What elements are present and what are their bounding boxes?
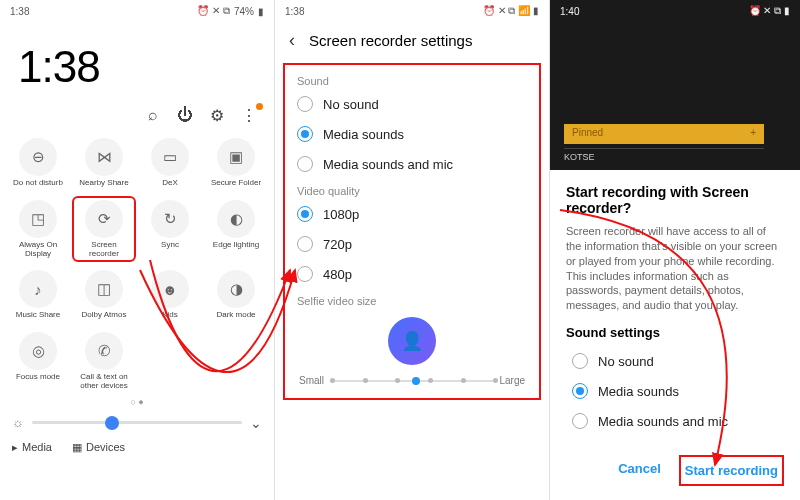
tile-label: Dolby Atmos <box>82 311 127 320</box>
status-bar: 1:40 ⏰ ✕ ⧉ ▮ <box>550 0 800 22</box>
tile-label: Call & text on other devices <box>74 373 134 391</box>
radio-icon <box>297 236 313 252</box>
media-button[interactable]: ▸Media <box>12 441 52 454</box>
tile-label: Dark mode <box>216 311 255 320</box>
tile-label: Edge lighting <box>213 241 259 250</box>
tile-label: Sync <box>161 241 179 250</box>
tile-icon: ☻ <box>151 270 189 308</box>
section-header-sound: Sound <box>291 69 533 89</box>
section-header-quality: Video quality <box>291 179 533 199</box>
panel-toolbar: ⌕ ⏻ ⚙ ⋮ <box>0 106 274 134</box>
quick-tile-focus-mode[interactable]: ◎Focus mode <box>6 328 70 395</box>
brightness-icon: ☼ <box>12 415 24 430</box>
tile-label: Do not disturb <box>13 179 63 188</box>
cancel-button[interactable]: Cancel <box>614 455 665 486</box>
quick-tile-screen-recorder[interactable]: ⟳Screen recorder <box>72 196 136 263</box>
quick-tile-nearby-share[interactable]: ⋈Nearby Share <box>72 134 136 192</box>
page-title: Screen recorder settings <box>309 32 472 49</box>
highlight-box: Sound No soundMedia soundsMedia sounds a… <box>283 63 541 400</box>
tile-icon: ⊖ <box>19 138 57 176</box>
sound-option-media-sounds[interactable]: Media sounds <box>291 119 533 149</box>
option-label: 480p <box>323 267 352 282</box>
quick-settings-panel: 1:38 ⏰ ✕ ⧉74%▮ 1:38 ⌕ ⏻ ⚙ ⋮ ⊖Do not dist… <box>0 0 275 500</box>
tile-icon: ◫ <box>85 270 123 308</box>
recording-dialog-panel: 1:40 ⏰ ✕ ⧉ ▮ Pinned+ KOTSE Start recordi… <box>550 0 800 500</box>
tile-icon: ↻ <box>151 200 189 238</box>
option-label: 1080p <box>323 207 359 222</box>
search-icon[interactable]: ⌕ <box>144 106 162 124</box>
play-icon: ▸ <box>12 441 18 454</box>
quick-tile-dolby-atmos[interactable]: ◫Dolby Atmos <box>72 266 136 324</box>
quick-tile-sync[interactable]: ↻Sync <box>138 196 202 263</box>
dialog-subheader: Sound settings <box>566 325 784 340</box>
status-icons: ⏰ ✕ ⧉ 📶 ▮ <box>483 5 539 17</box>
quick-tile-always-on-display[interactable]: ◳Always On Display <box>6 196 70 263</box>
quick-tile-call-text-on-other-devices[interactable]: ✆Call & text on other devices <box>72 328 136 395</box>
brightness-slider[interactable]: ☼ ⌄ <box>0 409 274 437</box>
quick-tiles-grid: ⊖Do not disturb⋈Nearby Share▭DeX▣Secure … <box>0 134 274 395</box>
start-recording-dialog: Start recording with Screen recorder? Sc… <box>550 170 800 500</box>
tile-icon: ✆ <box>85 332 123 370</box>
devices-button[interactable]: ▦Devices <box>72 441 125 454</box>
tile-icon: ◎ <box>19 332 57 370</box>
dialog-sound-option-media-sounds[interactable]: Media sounds <box>566 376 784 406</box>
radio-icon <box>572 353 588 369</box>
tile-icon: ◳ <box>19 200 57 238</box>
quick-tile-dark-mode[interactable]: ◑Dark mode <box>204 266 268 324</box>
status-time: 1:38 <box>285 6 304 17</box>
tile-label: Nearby Share <box>79 179 128 188</box>
panel-footer: ▸Media ▦Devices <box>0 437 274 458</box>
quick-tile-do-not-disturb[interactable]: ⊖Do not disturb <box>6 134 70 192</box>
tile-label: Focus mode <box>16 373 60 382</box>
tile-label: Kids <box>162 311 178 320</box>
tile-label: DeX <box>162 179 178 188</box>
settings-header: ‹ Screen recorder settings <box>275 22 549 59</box>
radio-icon <box>297 266 313 282</box>
tile-icon: ⟳ <box>85 200 123 238</box>
dialog-text: Screen recorder will have access to all … <box>566 224 784 313</box>
settings-icon[interactable]: ⚙ <box>208 106 226 124</box>
quality-option-720p[interactable]: 720p <box>291 229 533 259</box>
quick-tile-kids[interactable]: ☻Kids <box>138 266 202 324</box>
quick-tile-dex[interactable]: ▭DeX <box>138 134 202 192</box>
dialog-sound-option-media-sounds-and-mic[interactable]: Media sounds and mic <box>566 406 784 436</box>
option-label: No sound <box>323 97 379 112</box>
quick-tile-edge-lighting[interactable]: ◐Edge lighting <box>204 196 268 263</box>
quality-option-480p[interactable]: 480p <box>291 259 533 289</box>
option-label: Media sounds <box>598 384 679 399</box>
kotse-label: KOTSE <box>564 148 764 162</box>
status-time: 1:38 <box>10 6 29 17</box>
radio-icon <box>297 96 313 112</box>
chevron-down-icon[interactable]: ⌄ <box>250 415 262 431</box>
sound-option-media-sounds-and-mic[interactable]: Media sounds and mic <box>291 149 533 179</box>
status-bar: 1:38 ⏰ ✕ ⧉74%▮ <box>0 0 274 22</box>
status-time: 1:40 <box>560 6 579 17</box>
status-bar: 1:38 ⏰ ✕ ⧉ 📶 ▮ <box>275 0 549 22</box>
selfie-size-slider[interactable]: Small Large <box>299 375 525 386</box>
radio-icon <box>297 126 313 142</box>
quick-tile-secure-folder[interactable]: ▣Secure Folder <box>204 134 268 192</box>
dialog-title: Start recording with Screen recorder? <box>566 184 784 216</box>
pinned-bar: Pinned+ <box>564 124 764 144</box>
start-recording-button[interactable]: Start recording <box>679 455 784 486</box>
dialog-sound-option-no-sound[interactable]: No sound <box>566 346 784 376</box>
option-label: Media sounds <box>323 127 404 142</box>
back-icon[interactable]: ‹ <box>289 30 295 51</box>
tile-label: Secure Folder <box>211 179 261 188</box>
section-header-selfie: Selfie video size <box>291 289 533 309</box>
quick-tile-music-share[interactable]: ♪Music Share <box>6 266 70 324</box>
radio-icon <box>297 156 313 172</box>
tile-icon: ▭ <box>151 138 189 176</box>
quality-option-1080p[interactable]: 1080p <box>291 199 533 229</box>
radio-icon <box>572 413 588 429</box>
status-icons: ⏰ ✕ ⧉ ▮ <box>749 5 790 17</box>
more-icon[interactable]: ⋮ <box>240 106 258 124</box>
radio-icon <box>297 206 313 222</box>
avatar-icon: 👤 <box>388 317 436 365</box>
power-icon[interactable]: ⏻ <box>176 106 194 124</box>
sound-option-no-sound[interactable]: No sound <box>291 89 533 119</box>
panel-clock: 1:38 <box>0 22 274 106</box>
option-label: No sound <box>598 354 654 369</box>
tile-icon: ◑ <box>217 270 255 308</box>
page-dots: ○ ● <box>0 395 274 409</box>
